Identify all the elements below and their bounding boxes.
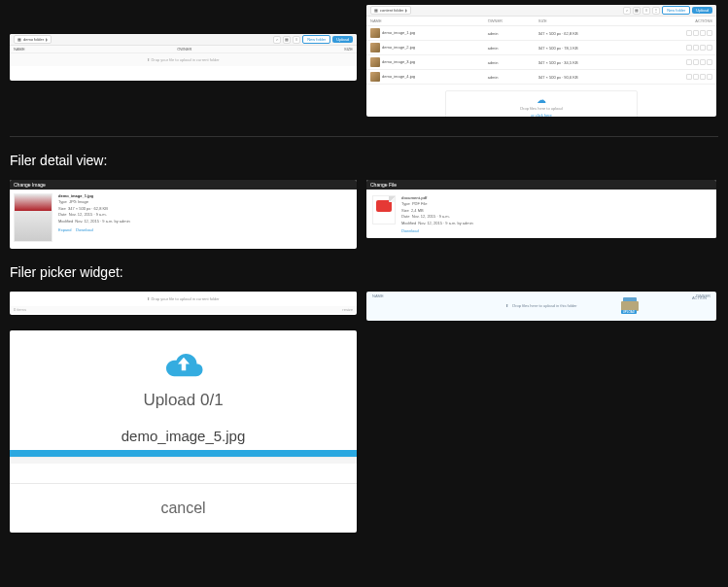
meta-label: Size xyxy=(58,206,66,211)
screenshot-picker-row: NAME OWNER ACTION ⬆ Drop files here to u… xyxy=(366,292,716,321)
breadcrumb-label: demo folder xyxy=(23,37,44,42)
action-button[interactable] xyxy=(700,45,706,51)
table-row[interactable]: demo_image_2.jpg admin 347 × 500 px · 78… xyxy=(366,41,716,55)
action-button[interactable] xyxy=(693,30,699,36)
grid-view-button[interactable]: ▦ xyxy=(283,36,291,44)
meta-value: Nov. 12, 2015 · 9 a.m. xyxy=(412,214,450,219)
action-button[interactable] xyxy=(707,45,712,51)
meta-value: 2,4 MB xyxy=(411,208,424,213)
meta-value: JPG Image xyxy=(69,199,88,204)
action-button[interactable] xyxy=(693,59,699,65)
thumbnail-icon xyxy=(370,28,380,38)
row-actions xyxy=(644,59,712,65)
section-heading-picker: Filer picker widget: xyxy=(10,264,718,280)
table-header: NAME OWNER SIZE xyxy=(10,46,357,53)
upload-button[interactable]: Upload xyxy=(692,7,712,15)
expand-link[interactable]: Expand xyxy=(58,227,72,232)
meta-label: Type xyxy=(401,201,410,206)
action-button[interactable] xyxy=(707,30,712,36)
file-size: 347 × 500 px · 34,5 KB xyxy=(535,55,641,70)
progress-track xyxy=(10,457,357,464)
dropzone[interactable]: ☁ Drop files here to upload or click her… xyxy=(445,90,638,117)
list-view-button[interactable]: ≡ xyxy=(293,36,300,44)
screenshot-detail-image: Change Image demo_image_1.jpg Type JPG I… xyxy=(10,180,357,249)
panel-title: Change Image xyxy=(10,180,357,190)
upload-button[interactable]: Upload xyxy=(332,36,353,44)
action-button[interactable] xyxy=(700,59,706,65)
action-button[interactable] xyxy=(700,74,706,80)
col-name: NAME xyxy=(372,294,384,298)
table-row[interactable]: demo_image_4.jpg admin 347 × 500 px · 90… xyxy=(366,70,716,85)
file-owner: admin xyxy=(484,55,535,70)
meta-value: PDF File xyxy=(412,201,428,206)
dropzone-link[interactable]: or click here xyxy=(531,113,552,117)
table-row[interactable]: demo_image_1.jpg admin 347 × 500 px · 62… xyxy=(366,26,716,41)
action-button[interactable] xyxy=(700,30,706,36)
breadcrumb-label: content folder xyxy=(380,8,403,13)
picker-drop-text: Drop your file to upload in current fold… xyxy=(151,296,219,301)
list-view-button[interactable]: ≡ xyxy=(642,7,650,15)
download-link[interactable]: Download xyxy=(401,228,473,234)
meta-label: Modified xyxy=(58,219,73,224)
screenshot-detail-pdf: Change File document.pdf Type PDF File S… xyxy=(366,180,716,238)
resize-handle[interactable]: resize xyxy=(342,307,353,312)
row-list-views: ▦ demo folder ⌕ ▦ ≡ New folder Upload NA… xyxy=(10,0,718,117)
search-input[interactable]: ⌕ xyxy=(273,36,281,44)
upload-tag: UPLOAD xyxy=(621,310,637,314)
meta-value: Nov. 12, 2015 · 9 a.m. by admin xyxy=(418,221,472,225)
row-actions xyxy=(644,45,712,51)
meta-label: Size xyxy=(401,208,409,213)
picker-drop-hint[interactable]: ⬆ Drop your file to upload in current fo… xyxy=(10,292,357,306)
meta-value: 347 × 500 px · 62,8 KB xyxy=(68,206,108,211)
table-row[interactable]: demo_image_3.jpg admin 347 × 500 px · 34… xyxy=(366,55,716,70)
col-owner: OWNER xyxy=(177,47,191,52)
row-actions xyxy=(644,74,712,80)
action-button[interactable] xyxy=(707,59,712,65)
picker-footer: 0 items resize xyxy=(10,306,357,313)
action-button[interactable] xyxy=(686,59,692,65)
preview-image xyxy=(14,193,52,242)
file-metadata: document.pdf Type PDF File Size 2,4 MB D… xyxy=(401,195,473,234)
empty-drop-text: Drop your file to upload in current fold… xyxy=(151,57,219,62)
item-count: 0 items xyxy=(14,307,26,312)
file-owner: admin xyxy=(484,26,535,41)
file-name: demo_image_2.jpg xyxy=(382,45,415,50)
file-name: demo_image_1.jpg xyxy=(58,193,93,198)
file-thumb-icon xyxy=(621,297,639,311)
action-button[interactable] xyxy=(693,74,699,80)
new-folder-button[interactable]: New folder xyxy=(662,6,690,16)
new-folder-button[interactable]: New folder xyxy=(302,35,330,45)
cancel-button[interactable]: cancel xyxy=(10,483,357,533)
action-button[interactable] xyxy=(686,45,692,51)
action-button[interactable] xyxy=(693,45,699,51)
action-button[interactable] xyxy=(686,74,692,80)
meta-value: Nov. 12, 2015 · 9 a.m. by admin xyxy=(75,219,129,224)
folder-icon: ▦ xyxy=(17,37,21,42)
picker-row-hint[interactable]: ⬆ Drop files here to upload in this fold… xyxy=(366,300,716,311)
col-size: SIZE xyxy=(344,47,353,52)
screenshot-picker-empty: ⬆ Drop your file to upload in current fo… xyxy=(10,292,357,315)
grid-view-button[interactable]: ▦ xyxy=(633,7,641,15)
file-name: document.pdf xyxy=(401,195,427,200)
cloud-upload-icon: ☁ xyxy=(450,95,633,105)
file-name: demo_image_3.jpg xyxy=(382,59,415,64)
breadcrumb[interactable]: ▦ demo folder xyxy=(14,35,52,44)
action-button[interactable] xyxy=(707,74,712,80)
search-button[interactable]: ⌕ xyxy=(623,7,631,15)
toolbar: ▦ demo folder ⌕ ▦ ≡ New folder Upload xyxy=(10,34,357,46)
file-size: 347 × 500 px · 90,6 KB xyxy=(535,70,641,85)
pdf-icon xyxy=(372,195,396,224)
chevron-down-icon xyxy=(46,38,48,42)
col-name: NAME xyxy=(366,17,484,26)
dropzone-text: Drop files here to upload xyxy=(450,106,633,111)
upload-filename: demo_image_5.jpg xyxy=(21,428,345,444)
progress-bar xyxy=(10,450,357,457)
action-button[interactable] xyxy=(686,30,692,36)
screenshot-list-files: ▦ content folder ⌕ ▦ ≡ ⋮ New folder Uplo… xyxy=(366,5,716,117)
download-link[interactable]: Download xyxy=(76,227,93,232)
picker-header: NAME OWNER ACTION xyxy=(366,292,716,300)
empty-drop-hint[interactable]: ⬆ Drop your file to upload in current fo… xyxy=(10,53,357,66)
filter-button[interactable]: ⋮ xyxy=(652,7,660,15)
breadcrumb[interactable]: ▦ content folder xyxy=(370,6,411,15)
meta-value: Nov. 12, 2015 · 9 a.m. xyxy=(69,212,107,217)
